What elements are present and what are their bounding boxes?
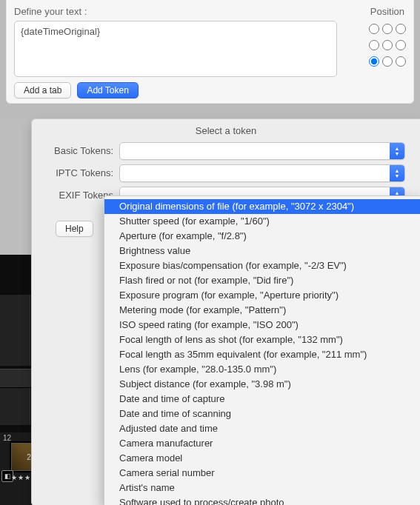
basic-tokens-label: Basic Tokens: — [39, 145, 113, 156]
define-text-input[interactable] — [14, 21, 337, 77]
define-text-panel: Define your text : Position Add a tab Ad… — [6, 0, 414, 104]
dropdown-item[interactable]: Original dimensions of file (for example… — [104, 199, 420, 214]
position-radio-bl[interactable] — [367, 53, 381, 70]
buttons-row: Add a tab Add Token — [14, 82, 139, 98]
dropdown-item[interactable]: Flash fired or not (for example, "Did fi… — [104, 273, 420, 288]
dropdown-item[interactable]: Date and time of capture — [104, 392, 420, 407]
position-radio-tc[interactable] — [381, 21, 394, 37]
dropdown-item[interactable]: Camera manufacturer — [104, 436, 420, 451]
day-number: 12 — [3, 434, 11, 442]
position-radio-mr[interactable] — [394, 37, 407, 53]
rating-stars: ★★★ — [11, 474, 31, 481]
dropdown-item[interactable]: Exposure program (for example, "Aperture… — [104, 288, 420, 303]
select-token-title: Select a token — [32, 119, 420, 141]
preview-scroll-top — [0, 295, 30, 366]
position-radio-bc[interactable] — [381, 53, 394, 70]
iptc-tokens-select[interactable]: ▲▼ — [119, 164, 405, 182]
dropdown-item[interactable]: ISO speed rating (for example, "ISO 200"… — [104, 318, 420, 332]
dropdown-item[interactable]: Software used to process/create photo — [104, 495, 420, 505]
dropdown-item[interactable]: Brightness value — [104, 244, 420, 258]
define-text-label: Define your text : — [14, 6, 87, 17]
position-radio-ml[interactable] — [367, 37, 381, 53]
chevron-updown-icon: ▲▼ — [390, 143, 404, 159]
position-radio-mc[interactable] — [381, 37, 394, 53]
iptc-tokens-row: IPTC Tokens: ▲▼ — [39, 163, 413, 185]
dropdown-item[interactable]: Shutter speed (for example, "1/60") — [104, 214, 420, 229]
dropdown-item[interactable]: Date and time of scanning — [104, 407, 420, 421]
basic-tokens-select[interactable]: ▲▼ — [119, 142, 405, 160]
position-radio-tr[interactable] — [394, 21, 407, 37]
basic-tokens-row: Basic Tokens: ▲▼ — [39, 141, 413, 163]
help-button[interactable]: Help — [56, 221, 93, 237]
dropdown-item[interactable]: Camera model — [104, 451, 420, 466]
dropdown-item[interactable]: Adjusted date and time — [104, 421, 420, 436]
position-radio-tl[interactable] — [367, 21, 381, 37]
dropdown-item[interactable]: Metering mode (for example, "Pattern") — [104, 303, 420, 318]
position-label: Position — [370, 6, 404, 17]
iptc-tokens-label: IPTC Tokens: — [39, 167, 113, 178]
dropdown-item[interactable]: Artist's name — [104, 481, 420, 495]
chevron-updown-icon: ▲▼ — [390, 165, 404, 181]
dropdown-item[interactable]: Aperture (for example, "f/2.8") — [104, 229, 420, 244]
dropdown-item[interactable]: Focal length of lens as shot (for exampl… — [104, 332, 420, 347]
position-radio-br[interactable] — [394, 53, 407, 70]
position-grid — [366, 21, 407, 70]
thumbnail-badge: 2 — [27, 453, 31, 461]
dropdown-item[interactable]: Focal length as 35mm equivalent (for exa… — [104, 347, 420, 362]
dropdown-item[interactable]: Lens (for example, "28.0-135.0 mm") — [104, 362, 420, 377]
add-token-button[interactable]: Add Token — [77, 82, 139, 98]
exif-tokens-label: EXIF Tokens — [39, 190, 113, 201]
exif-tokens-dropdown[interactable]: Original dimensions of file (for example… — [104, 195, 420, 505]
dropdown-item[interactable]: Subject distance (for example, "3.98 m") — [104, 377, 420, 392]
add-tab-button[interactable]: Add a tab — [14, 82, 71, 98]
dropdown-item[interactable]: Camera serial number — [104, 466, 420, 481]
dropdown-item[interactable]: Exposure bias/compensation (for example,… — [104, 258, 420, 273]
preview-scroll-bottom — [0, 388, 30, 425]
